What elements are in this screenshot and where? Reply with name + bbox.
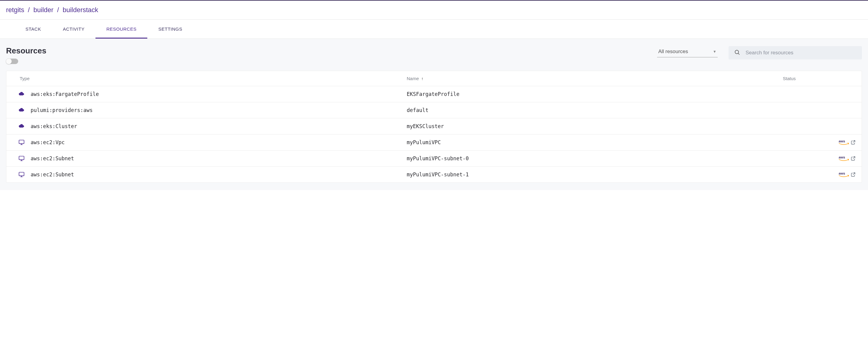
breadcrumb-stack[interactable]: builderstack	[63, 6, 98, 13]
svg-text:aws: aws	[839, 171, 845, 175]
chevron-down-icon: ▼	[713, 50, 716, 54]
column-header-status[interactable]: Status	[783, 76, 796, 81]
filter-select[interactable]: All resources ▼	[657, 46, 718, 57]
svg-text:aws: aws	[839, 156, 845, 159]
aws-console-link[interactable]: aws	[839, 171, 856, 177]
table-body: aws:eks:FargateProfileEKSFargateProfilep…	[6, 86, 862, 183]
filter-selected-label: All resources	[658, 49, 688, 55]
resource-type: aws:eks:FargateProfile	[31, 91, 407, 97]
search-box	[728, 46, 862, 59]
content-area: Resources All resources ▼ Type Name ↑ St…	[0, 39, 868, 190]
aws-logo-icon: aws	[839, 139, 849, 145]
tab-activity[interactable]: ACTIVITY	[52, 20, 95, 38]
table-row[interactable]: aws:eks:ClustermyEKSCluster	[6, 118, 862, 135]
cloud-icon	[12, 123, 31, 129]
search-icon	[734, 49, 740, 56]
table-row[interactable]: pulumi:providers:awsdefault	[6, 102, 862, 118]
external-link-icon	[851, 172, 856, 177]
title-block: Resources	[6, 46, 46, 64]
external-link-icon	[851, 140, 856, 145]
svg-text:aws: aws	[839, 139, 845, 143]
tab-stack[interactable]: STACK	[14, 20, 52, 38]
toggle-knob	[6, 58, 12, 64]
svg-line-1	[738, 53, 740, 55]
table-row[interactable]: aws:ec2:VpcmyPulumiVPCaws	[6, 135, 862, 150]
breadcrumb-project[interactable]: builder	[33, 6, 53, 13]
table-header: Type Name ↑ Status	[6, 71, 862, 86]
aws-logo-icon: aws	[839, 156, 849, 162]
header-row: Resources All resources ▼	[6, 46, 862, 64]
tab-resources[interactable]: RESOURCES	[95, 20, 148, 38]
resources-table: Type Name ↑ Status aws:eks:FargateProfil…	[6, 71, 862, 183]
resource-type: aws:ec2:Subnet	[31, 156, 407, 162]
breadcrumb-bar: retgits / builder / builderstack	[0, 1, 868, 20]
resource-name: myEKSCluster	[407, 123, 783, 129]
column-header-name[interactable]: Name ↑	[407, 76, 783, 81]
sort-ascending-icon: ↑	[421, 76, 424, 81]
monitor-icon	[12, 156, 31, 162]
cloud-icon	[12, 107, 31, 113]
breadcrumb: retgits / builder / builderstack	[6, 6, 862, 14]
breadcrumb-org[interactable]: retgits	[6, 6, 24, 13]
resource-type: aws:ec2:Vpc	[31, 139, 407, 145]
external-link-icon	[851, 156, 856, 161]
aws-console-link[interactable]: aws	[839, 156, 856, 162]
resource-name: myPulumiVPC-subnet-1	[407, 171, 783, 177]
tab-bar: STACK ACTIVITY RESOURCES SETTINGS	[0, 20, 868, 39]
resource-name: myPulumiVPC-subnet-0	[407, 156, 783, 162]
aws-logo-icon: aws	[839, 171, 849, 177]
resource-name: EKSFargateProfile	[407, 91, 783, 97]
monitor-icon	[12, 139, 31, 145]
monitor-icon	[12, 171, 31, 177]
page-title: Resources	[6, 46, 46, 56]
resource-type: aws:ec2:Subnet	[31, 171, 407, 177]
column-header-type[interactable]: Type	[20, 76, 407, 81]
resource-name: default	[407, 107, 783, 113]
cloud-icon	[12, 91, 31, 97]
resource-name: myPulumiVPC	[407, 139, 783, 145]
table-row[interactable]: aws:ec2:SubnetmyPulumiVPC-subnet-1aws	[6, 167, 862, 183]
search-input[interactable]	[746, 50, 857, 56]
view-toggle[interactable]	[6, 59, 18, 64]
aws-console-link[interactable]: aws	[839, 139, 856, 145]
table-row[interactable]: aws:eks:FargateProfileEKSFargateProfile	[6, 86, 862, 102]
table-row[interactable]: aws:ec2:SubnetmyPulumiVPC-subnet-0aws	[6, 150, 862, 167]
resource-type: aws:eks:Cluster	[31, 123, 407, 129]
resource-type: pulumi:providers:aws	[31, 107, 407, 113]
tab-settings[interactable]: SETTINGS	[147, 20, 193, 38]
